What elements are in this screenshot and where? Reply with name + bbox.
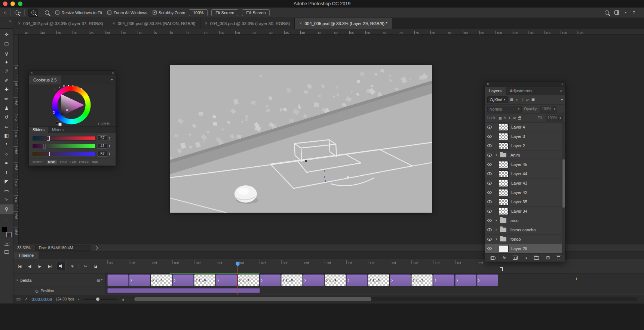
position-property-row[interactable]: ◷ Position [13,287,105,294]
layer-styles-icon[interactable]: fx [503,256,506,260]
layer-name[interactable]: arco [510,218,518,223]
timeline-clip[interactable]: ❯ [303,274,324,286]
fill-field[interactable]: 100% ▾ [546,115,563,121]
previous-frame-button[interactable]: ◀| [26,262,33,270]
eye-icon[interactable] [487,154,492,157]
eye-icon[interactable] [487,172,492,175]
type-tool[interactable]: T [0,168,13,177]
layer-name[interactable]: fondo [510,237,521,241]
layer-row[interactable]: Layer 34 [485,207,565,216]
timeline-clip[interactable]: ❯ [477,274,498,286]
eye-icon[interactable] [487,182,492,185]
clip-chevron-icon[interactable]: ❯ [369,279,371,282]
timeline-clip[interactable]: ❯ L...4 [151,274,172,286]
workspace-icon[interactable] [614,10,619,15]
clip-chevron-icon[interactable]: ❯ [478,279,480,282]
layer-row[interactable]: Layer 43 [485,179,565,188]
pen-tool[interactable]: ✒ [0,158,13,168]
document-size-info[interactable]: Doc: 8.54M/180.4M [35,245,91,251]
filter-kind-dropdown[interactable]: Kind ▾ [487,96,508,103]
rectangle-tool[interactable]: ▭ [0,186,13,195]
eye-icon[interactable] [487,210,492,213]
group-chevron-icon[interactable]: ▸ [494,219,499,222]
filter-adjustment-layers-icon[interactable]: ◐ [516,98,518,102]
clone-stamp-tool[interactable]: ♟ [0,104,13,113]
lock-position-icon[interactable]: ✛ [508,116,511,120]
layer-row[interactable]: ▸ arco [485,216,565,225]
brush-tool[interactable]: ✏ [0,94,13,104]
eye-icon[interactable] [487,135,492,138]
eye-icon[interactable] [487,228,492,231]
mode-button[interactable]: CMYK [79,160,89,164]
clip-chevron-icon[interactable]: ❯ [326,279,328,282]
horizontal-ruler[interactable]: 4540353025201510505101520253035404550556… [13,29,644,35]
opacity-field[interactable]: 100% ▾ [540,106,557,112]
tab-adjustments[interactable]: Adjustments [506,87,537,95]
visibility-cell[interactable] [485,216,494,225]
zoom-out-button[interactable]: − [42,9,52,17]
channel-slider[interactable] [33,136,95,141]
timeline-clip[interactable]: ❯ L...7 [238,274,259,286]
layer-name[interactable]: Layer 42 [511,190,527,195]
blend-mode-dropdown[interactable]: Normal ▾ [487,106,522,112]
clip-chevron-icon[interactable]: ❯ [195,279,197,282]
layer-row[interactable]: Layer 3 [485,132,565,141]
playback-settings-button[interactable]: ✳ [68,262,76,270]
eye-icon[interactable] [487,144,492,147]
timeline-clip[interactable]: ❯ L...6 [194,274,215,286]
layer-row[interactable]: ▾ Anim [485,151,565,160]
clip-chevron-icon[interactable]: ❯ [152,279,154,282]
zoom-tool[interactable]: ⚲ [0,204,13,214]
timeline-zoom-slider[interactable] [83,299,117,300]
track-collapse-icon[interactable]: ▾ [16,279,18,282]
panel-menu-icon[interactable]: ≡ [560,87,565,95]
maximize-window-button[interactable] [18,1,22,6]
value-stepper[interactable]: ▲▼ [108,136,110,140]
filter-smart-objects-icon[interactable]: ▣ [531,98,535,102]
document-tab[interactable]: × 004_003.psd @ 33.3% (Layer 30, RGB/8) [200,18,295,29]
timeline-clip[interactable]: ❯ [260,274,281,286]
layer-thumbnail[interactable] [499,208,509,215]
layer-name[interactable]: Layer 43 [511,181,527,185]
zoom-100-button[interactable]: 100% [189,9,208,16]
clip-chevron-icon[interactable]: ❯ [130,279,132,282]
clip-chevron-icon[interactable]: ❯ [413,279,415,282]
clip-chevron-icon[interactable]: ❯ [304,279,306,282]
layer-thumbnail[interactable] [499,189,509,196]
current-color-swatch[interactable] [58,123,62,126]
timeline-clip[interactable]: ❯ L...9 [325,274,346,286]
transition-button[interactable]: ◪ [92,262,99,270]
visibility-cell[interactable] [485,151,494,160]
value-stepper[interactable]: ▲▼ [108,152,110,156]
layer-thumbnail[interactable] [499,142,509,149]
group-chevron-icon[interactable]: ▸ [494,228,499,231]
render-flyout-icon[interactable]: ↗ [24,297,27,301]
layer-thumbnail[interactable] [499,124,509,131]
track-name[interactable]: pelota [21,278,32,283]
close-tab-icon[interactable]: × [299,21,302,26]
clip-chevron-icon[interactable]: ❯ [456,279,459,282]
channel-value-field[interactable]: 41 [98,143,107,149]
clip-chevron-icon[interactable]: ❯ [434,279,436,282]
timeline-clip[interactable]: ❯ [129,274,150,286]
eye-icon[interactable] [487,200,492,203]
eye-icon[interactable] [487,247,492,250]
timeline-scrollbar[interactable] [133,297,637,301]
layer-thumbnail[interactable] [499,198,509,206]
slider-handle[interactable] [47,152,50,156]
layer-name[interactable]: Layer 44 [511,172,527,176]
layer-thumbnail[interactable] [499,133,509,140]
clip-chevron-icon[interactable]: ❯ [347,279,350,282]
current-timecode[interactable]: 0:00:00:06 [32,297,52,302]
layer-name[interactable]: Layer 29 [511,246,527,251]
search-icon[interactable] [605,10,609,15]
eye-icon[interactable] [487,163,492,166]
filter-type-layers-icon[interactable]: T [521,98,523,102]
zoom-in-timeline-icon[interactable]: ▲ [121,297,125,301]
screen-mode-icon[interactable] [4,250,9,254]
play-button[interactable]: ▶ [36,262,43,270]
swatch-dot[interactable] [68,85,69,86]
close-tab-icon[interactable]: × [113,21,115,26]
checkbox-icon[interactable] [153,10,157,15]
layer-name[interactable]: Layer 3 [511,134,525,139]
